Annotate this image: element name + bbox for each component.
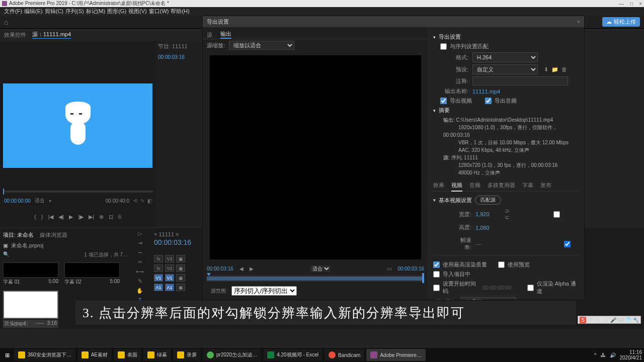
taskbar-item[interactable]: 录屏 [173, 349, 201, 361]
export-preview[interactable] [210, 55, 421, 259]
track-src-a1[interactable]: A1 [154, 284, 163, 291]
max-quality-checkbox[interactable] [433, 261, 440, 268]
freeform-view-icon[interactable]: ◫ [23, 320, 28, 327]
range-out-tc[interactable]: 00:00:03:16 [397, 266, 424, 272]
insert-button[interactable]: ⊕ [99, 214, 104, 220]
tool-icon[interactable]: ✎ [140, 198, 144, 204]
ime-mic-icon[interactable]: 🎤 [610, 317, 616, 323]
ime-keyboard-icon[interactable]: ⌨ [617, 317, 624, 323]
home-icon[interactable]: ⌂ [4, 18, 8, 26]
subtab-audio[interactable]: 音频 [469, 182, 480, 189]
tab-program[interactable]: 节目: 11111 [158, 43, 199, 50]
tab-project[interactable]: 项目: 未命名 [3, 231, 34, 239]
format-select[interactable]: H.264 [472, 52, 538, 62]
track-toggle[interactable]: fx [154, 255, 163, 262]
selection-tool-icon[interactable]: ▷ [138, 230, 142, 237]
track-output[interactable]: ▣ [176, 284, 185, 291]
tray-network-icon[interactable]: 🖧 [601, 352, 606, 358]
subtab-video[interactable]: 视频 [451, 182, 462, 192]
track-v2[interactable]: V2 [165, 264, 174, 272]
tool-icon[interactable]: ⟲ [133, 198, 137, 204]
start-tc-checkbox[interactable] [433, 285, 440, 291]
taskbar-item[interactable]: AE素材 [77, 349, 112, 361]
subtab-publish[interactable]: 发布 [540, 182, 551, 189]
fps-lock-checkbox[interactable] [564, 241, 571, 247]
menu-marker[interactable]: 标记(M) [86, 8, 106, 15]
track-output[interactable]: ▣ [176, 274, 185, 282]
taskbar-app-chrome[interactable]: pr2020怎么加滤… [203, 349, 261, 361]
slip-tool-icon[interactable]: ⟷ [136, 268, 144, 275]
dialog-close-button[interactable]: × [577, 19, 580, 25]
import-project-checkbox[interactable] [433, 271, 440, 278]
output-name-link[interactable]: 11111.mp4 [472, 88, 500, 95]
menu-view[interactable]: 视图(V) [128, 8, 147, 15]
program-tc[interactable]: 00:00:03:16 [158, 54, 199, 60]
taskbar-item[interactable]: 绿幕 [143, 349, 171, 361]
scale-select[interactable]: 缩放以适合 [229, 41, 294, 50]
track-output[interactable]: ▣ [176, 264, 185, 272]
match-source-button[interactable]: 匹配源 [475, 196, 501, 205]
range-fit-select[interactable]: 适合 [310, 265, 331, 272]
start-button[interactable]: ⊞ [2, 350, 12, 360]
width-lock-checkbox[interactable] [553, 211, 560, 218]
ime-lang-icon[interactable]: 中 [587, 317, 594, 323]
menu-clip[interactable]: 剪辑(C) [45, 8, 63, 15]
taskbar-app-premiere[interactable]: Adobe Premiere… [366, 349, 425, 361]
height-value[interactable]: 1,080 [475, 225, 496, 231]
subtab-mux[interactable]: 多路复用器 [488, 182, 515, 189]
track-toggle[interactable]: fx [154, 264, 163, 272]
track-select-tool-icon[interactable]: ⇥ [138, 240, 142, 246]
track-output[interactable]: ▣ [176, 255, 185, 262]
use-preview-checkbox[interactable] [498, 261, 505, 268]
link-dimensions-icon[interactable]: ⊃⊂ [505, 208, 509, 221]
chevron-down-icon[interactable]: ▾ [433, 35, 436, 40]
source-fit-label[interactable]: 适合 [35, 197, 45, 204]
source-preview[interactable] [3, 83, 152, 168]
taskbar-app-excel[interactable]: 4.20视频邓 - Excel [263, 349, 323, 361]
tab-media-browser[interactable]: 媒体浏览器 [40, 231, 67, 239]
range-bar[interactable] [207, 275, 424, 282]
comment-input[interactable] [472, 76, 568, 85]
close-button[interactable]: × [639, 1, 642, 7]
chevron-down-icon[interactable]: ▾ [433, 108, 436, 113]
razor-tool-icon[interactable]: ✂ [138, 259, 142, 265]
overwrite-button[interactable]: ⊡ [109, 214, 113, 220]
ime-toolbar[interactable]: S 中 •, ☺ 🎤 ⌨ 👕 🔧 [578, 316, 641, 324]
pen-tool-icon[interactable]: ✎ [138, 278, 142, 285]
hand-tool-icon[interactable]: ✋ [136, 288, 143, 294]
subtab-effects[interactable]: 效果 [433, 182, 444, 189]
export-tab-source[interactable]: 源 [207, 31, 212, 39]
tab-effect-controls[interactable]: 效果控件 [4, 31, 26, 39]
interp-select[interactable]: 帧采样 [461, 297, 516, 300]
source-scrub-bar[interactable] [3, 191, 153, 193]
export-frame-button[interactable]: ⎘ [118, 214, 122, 220]
track-src-v1[interactable]: V1 [154, 274, 163, 282]
ime-punct-icon[interactable]: •, [595, 317, 601, 323]
export-tab-output[interactable]: 输出 [220, 30, 231, 39]
width-value[interactable]: 1,920 [475, 211, 496, 217]
mark-in-button[interactable]: { [34, 214, 36, 220]
taskbar-item[interactable]: 表面 [114, 349, 141, 361]
track-a1[interactable]: A1 [165, 284, 174, 291]
subtab-captions[interactable]: 字幕 [522, 182, 533, 189]
mark-out-button[interactable]: } [41, 214, 43, 220]
menu-window[interactable]: 窗口(W) [149, 8, 169, 15]
preset-select[interactable]: 自定义 [472, 64, 538, 74]
save-preset-icon[interactable]: ⬇ [544, 66, 548, 73]
source-range-select[interactable]: 序列切入/序列切出 [231, 286, 297, 296]
bin-item[interactable]: 字幕 015:00 [3, 262, 58, 286]
tool-icon[interactable]: ◧ [147, 198, 152, 204]
play-button[interactable]: ▶ [69, 214, 73, 220]
bin-item[interactable]: 字幕 025:00 [64, 262, 120, 286]
maximize-button[interactable]: □ [630, 1, 633, 7]
ripple-tool-icon[interactable]: ⥊ [138, 249, 142, 256]
list-view-icon[interactable]: ☰ [3, 320, 8, 327]
tray-volume-icon[interactable]: 🔊 [610, 352, 616, 358]
search-icon[interactable]: 🔍 [3, 251, 9, 258]
menu-sequence[interactable]: 序列(S) [65, 8, 84, 15]
taskbar-item[interactable]: 360安全浏览器下… [14, 349, 75, 361]
zoom-slider[interactable]: ○━━ [33, 320, 44, 327]
prev-frame-icon[interactable]: ◀ [239, 266, 244, 272]
go-in-button[interactable]: |◀ [48, 214, 53, 220]
import-preset-icon[interactable]: 📁 [551, 66, 558, 73]
